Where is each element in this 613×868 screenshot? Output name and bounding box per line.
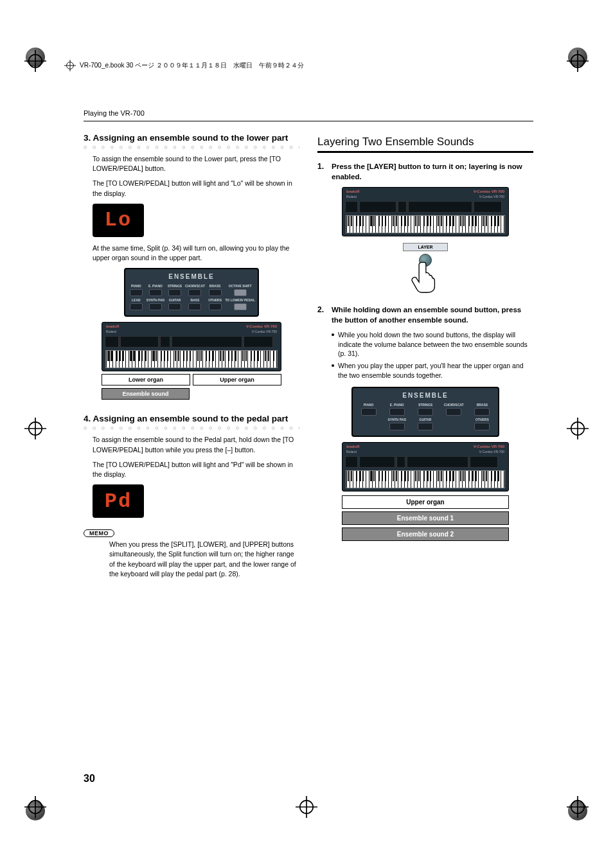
segment-display-pd: Pd bbox=[93, 484, 144, 518]
ensemble-panel: ENSEMBLE PIANO E. PIANO STRINGS CHOIR/SC… bbox=[124, 268, 259, 317]
memo-badge: MEMO bbox=[84, 529, 114, 537]
right-column: Layering Two Ensemble Sounds 1. Press th… bbox=[317, 133, 533, 584]
brand-logo: Roland bbox=[106, 324, 119, 328]
page-number: 30 bbox=[84, 773, 95, 784]
step3-heading: 3. Assigning an ensemble sound to the lo… bbox=[84, 133, 299, 143]
ensemble-sound-1-label: Ensemble sound 1 bbox=[342, 511, 509, 525]
running-head: Playing the VR-700 bbox=[84, 109, 533, 117]
step-1: 1. Press the [LAYER] button to turn it o… bbox=[317, 162, 533, 182]
step4-heading: 4. Assigning an ensemble sound to the pe… bbox=[84, 414, 299, 423]
model-label: V-Combo VR-700 bbox=[246, 324, 277, 328]
ensemble-sound-2-label: Ensemble sound 2 bbox=[342, 527, 509, 541]
ensemble-title: ENSEMBLE bbox=[355, 392, 495, 399]
step-text: Press the [LAYER] button to turn it on; … bbox=[332, 162, 533, 182]
registration-mark bbox=[24, 796, 46, 818]
section-rule bbox=[317, 151, 533, 153]
segment-display-lo: Lo bbox=[93, 204, 144, 237]
dot-rule: ○ ○ ○ ○ ○ ○ ○ ○ ○ ○ ○ ○ ○ ○ ○ ○ ○ ○ ○ ○ … bbox=[84, 144, 299, 150]
registration-mark bbox=[567, 50, 589, 72]
registration-mark bbox=[24, 418, 46, 439]
upper-organ-label: Upper organ bbox=[193, 374, 281, 385]
paragraph: To assign the ensemble sound to the Lowe… bbox=[93, 154, 299, 173]
bullet: When you play the upper part, you'll hea… bbox=[332, 361, 533, 380]
header-text: VR-700_e.book 30 ページ ２００９年１１月１８日 水曜日 午前９… bbox=[80, 61, 304, 70]
bullet: While you hold down the two sound button… bbox=[332, 330, 533, 359]
registration-mark bbox=[296, 796, 317, 818]
page-header: VR-700_e.book 30 ページ ２００９年１１月１８日 水曜日 午前９… bbox=[64, 58, 549, 73]
step-number: 1. bbox=[317, 162, 326, 182]
registration-mark bbox=[567, 796, 589, 818]
lower-organ-label: Lower organ bbox=[102, 374, 190, 385]
layer-illustration: Roland V-Combo VR-700 RolandV-Combo VR-7… bbox=[342, 187, 509, 296]
dot-rule: ○ ○ ○ ○ ○ ○ ○ ○ ○ ○ ○ ○ ○ ○ ○ ○ ○ ○ ○ ○ … bbox=[84, 425, 299, 431]
keyboard-graphic: Roland V-Combo VR-700 RolandV-Combo VR-7… bbox=[102, 322, 281, 400]
segment-text: Lo bbox=[105, 208, 132, 232]
step-text: While holding down an ensemble sound but… bbox=[332, 305, 533, 325]
layer-button-label: LAYER bbox=[403, 243, 448, 251]
page-body: Playing the VR-700 3. Assigning an ensem… bbox=[84, 109, 533, 584]
step-number: 2. bbox=[317, 305, 326, 325]
paragraph: The [TO LOWER/PEDAL] button will light a… bbox=[93, 179, 299, 198]
memo-text: When you press the [SPLIT], [LOWER], and… bbox=[109, 540, 299, 579]
registration-mark bbox=[567, 418, 589, 439]
ensemble-sound-label: Ensemble sound bbox=[102, 388, 190, 400]
layer-stack-labels: Upper organ Ensemble sound 1 Ensemble so… bbox=[342, 495, 509, 541]
segment-text: Pd bbox=[105, 490, 132, 513]
ensemble-grid: PIANO E. PIANO STRINGS CHOIR/SCAT BRASS … bbox=[128, 284, 255, 310]
paragraph: At the same time, Split (p. 34) will tur… bbox=[93, 244, 299, 263]
page: VR-700_e.book 30 ページ ２００９年１１月１８日 水曜日 午前９… bbox=[0, 0, 613, 868]
registration-mark bbox=[24, 50, 46, 72]
section-heading: Layering Two Ensemble Sounds bbox=[317, 136, 533, 148]
registration-mark-small bbox=[64, 60, 76, 71]
paragraph: The [TO LOWER/PEDAL] button will light a… bbox=[93, 460, 299, 479]
rule bbox=[84, 121, 533, 121]
step-2: 2. While holding down an ensemble sound … bbox=[317, 305, 533, 325]
paragraph: To assign the ensemble sound to the Peda… bbox=[93, 435, 299, 454]
ensemble-panel: ENSEMBLE PIANO E. PIANO STRINGS CHOIR/SC… bbox=[351, 387, 499, 437]
hand-pointer-icon bbox=[408, 259, 443, 294]
keyboard-graphic: Roland V-Combo VR-700 RolandV-Combo VR-7… bbox=[342, 442, 509, 492]
upper-organ-label: Upper organ bbox=[342, 495, 509, 509]
ensemble-title: ENSEMBLE bbox=[128, 273, 255, 280]
left-column: 3. Assigning an ensemble sound to the lo… bbox=[84, 133, 299, 584]
